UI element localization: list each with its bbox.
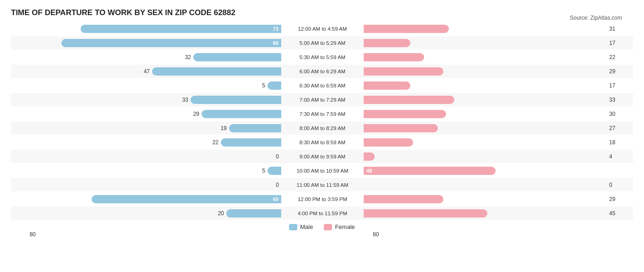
female-value: 27 [606,125,629,131]
female-value: 0 [606,182,629,188]
female-bar [364,209,487,218]
chart-title: TIME OF DEPARTURE TO WORK BY SEX IN ZIP … [11,8,633,17]
time-label: 5:00 AM to 5:29 AM [281,40,364,46]
male-bar-wrap: 0 [38,181,281,189]
female-value: 22 [606,54,629,60]
female-bar-wrap: 48 [364,167,606,175]
male-bar [152,67,281,76]
time-label: 6:30 AM to 6:59 AM [281,83,364,88]
male-value-outside: 20 [218,210,226,217]
male-value-outside: 29 [193,111,202,117]
male-value-outside: 0 [276,182,281,188]
male-bar [202,110,281,118]
female-bar-wrap [364,53,606,61]
chart-row: 5 10:00 AM to 10:59 AM 48 [11,164,633,177]
male-value-outside: 5 [262,82,267,89]
female-bar [364,67,443,76]
female-value: 31 [606,26,629,32]
time-label: 10:00 AM to 10:59 AM [281,168,364,174]
male-value-outside: 22 [213,139,221,146]
time-label: 5:30 AM to 5:59 AM [281,54,364,60]
time-label: 7:30 AM to 7:59 AM [281,111,364,117]
chart-row: 69 12:00 PM to 3:59 PM 29 [11,192,633,206]
time-label: 7:00 AM to 7:29 AM [281,97,364,103]
female-bar [364,96,454,104]
female-bar-wrap [364,110,606,118]
male-bar-wrap: 5 [38,167,281,175]
chart-row: 0 9:00 AM to 9:59 AM 4 [11,150,633,163]
source-label: Source: ZipAtlas.com [570,15,622,21]
male-bar-wrap: 73 [38,25,281,33]
male-bar [226,209,281,218]
male-bar [221,138,281,147]
female-value: 18 [606,139,629,146]
female-bar-wrap [364,152,606,161]
male-value-inside: 80 [270,40,281,46]
time-label: 4:00 PM to 11:59 PM [281,211,364,216]
female-bar-wrap [364,138,606,147]
chart-row: 47 6:00 AM to 6:29 AM 29 [11,65,633,78]
female-bar [364,152,375,161]
female-value-inside: 48 [364,168,375,174]
male-bar-wrap: 0 [38,152,281,161]
time-label: 12:00 PM to 3:59 PM [281,196,364,202]
female-bar-wrap [364,195,606,203]
male-value-inside: 69 [270,196,281,202]
legend-female: Female [324,223,355,230]
time-label: 11:00 AM to 11:59 AM [281,182,364,188]
female-bar-wrap [364,181,606,189]
male-value-outside: 33 [182,97,191,103]
male-bar-wrap: 5 [38,82,281,90]
legend-female-box [324,224,332,230]
female-bar [364,110,446,118]
female-value: 17 [606,82,629,89]
female-bar-wrap [364,96,606,104]
chart-row: 19 8:00 AM to 8:29 AM 27 [11,121,633,135]
male-bar [191,96,281,104]
female-bar-wrap [364,82,606,90]
male-bar [229,124,281,132]
female-value: 30 [606,111,629,117]
male-value-outside: 0 [276,153,281,160]
male-bar [267,167,281,175]
female-value: 33 [606,97,629,103]
female-bar-wrap [364,67,606,76]
female-bar [364,138,413,147]
male-value-outside: 5 [262,168,267,174]
male-bar-wrap: 20 [38,209,281,218]
male-bar-wrap: 33 [38,96,281,104]
male-bar-wrap: 19 [38,124,281,132]
axis-left-label: 80 [11,231,38,238]
female-bar-wrap [364,25,606,33]
female-bar-wrap [364,39,606,47]
chart-row: 33 7:00 AM to 7:29 AM 33 [11,93,633,106]
time-label: 8:00 AM to 8:29 AM [281,125,364,131]
chart-row: 0 11:00 AM to 11:59 AM 0 [11,178,633,191]
male-value-outside: 32 [185,54,193,60]
chart-row: 80 5:00 AM to 5:29 AM 17 [11,36,633,49]
female-value: 29 [606,68,629,75]
female-value: 29 [606,196,629,202]
legend: Male Female [11,223,633,230]
male-value-inside: 73 [270,26,281,32]
legend-male: Male [289,223,313,230]
male-bar-wrap: 29 [38,110,281,118]
female-value: 4 [606,153,629,160]
male-bar-wrap: 80 [38,39,281,47]
male-bar: 80 [61,39,281,47]
male-bar-wrap: 22 [38,138,281,147]
male-bar: 69 [92,195,281,203]
female-value: 17 [606,40,629,46]
chart-row: 73 12:00 AM to 4:59 AM 31 [11,22,633,35]
female-bar [364,195,443,203]
male-bar: 73 [81,25,281,33]
male-bar [267,82,281,90]
female-bar [364,124,438,132]
male-bar-wrap: 32 [38,53,281,61]
legend-female-label: Female [335,223,355,230]
chart-row: 20 4:00 PM to 11:59 PM 45 [11,207,633,220]
female-bar [364,82,410,90]
chart-row: 29 7:30 AM to 7:59 AM 30 [11,107,633,120]
chart-container: 73 12:00 AM to 4:59 AM 31 80 5:00 AM to … [11,22,633,238]
chart-row: 5 6:30 AM to 6:59 AM 17 [11,79,633,92]
